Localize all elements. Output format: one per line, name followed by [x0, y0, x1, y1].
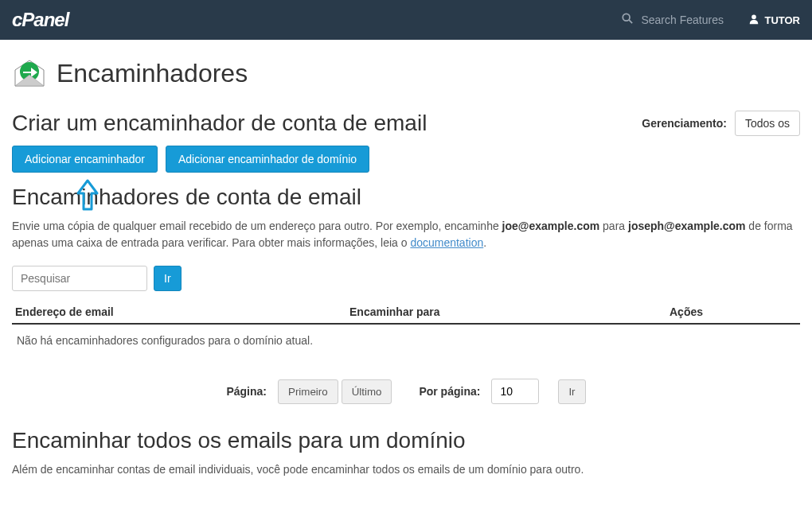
svg-marker-6 [15, 75, 44, 86]
pager-perpage-input[interactable] [491, 379, 539, 404]
search-icon[interactable] [622, 13, 633, 27]
user-menu[interactable]: TUTOR [748, 14, 800, 27]
add-domain-forwarder-button[interactable]: Adicionar encaminhador de domínio [166, 146, 369, 173]
desc-example-to: joseph@example.com [628, 220, 745, 232]
table-search-input[interactable] [12, 266, 147, 291]
section3-heading: Encaminhar todos os emails para um domín… [12, 428, 800, 453]
user-icon [748, 14, 759, 27]
mgmt-value: Todos os [745, 117, 790, 130]
management-control: Gerenciamento: Todos os [642, 111, 800, 136]
desc-example-from: joe@example.com [502, 220, 600, 232]
svg-point-0 [623, 14, 630, 21]
documentation-link[interactable]: documentation [410, 236, 483, 249]
forwarders-icon [12, 56, 47, 91]
pager-last-button[interactable]: Último [342, 379, 392, 404]
table-search-row: Ir [12, 266, 800, 291]
table-empty-message: Não há encaminhadores configurados para … [12, 325, 800, 356]
add-forwarder-button[interactable]: Adicionar encaminhador [12, 146, 158, 173]
col-forward-header: Encaminhar para [349, 305, 670, 318]
svg-point-2 [752, 14, 757, 19]
page-title: Encaminhadores [57, 59, 248, 88]
section1-head: Criar um encaminhador de conta de email … [12, 111, 800, 136]
action-buttons: Adicionar encaminhador Adicionar encamin… [12, 146, 800, 173]
desc-text: para [599, 220, 628, 232]
highlight-arrow-icon [76, 179, 100, 211]
table-header: Endereço de email Encaminhar para Ações [12, 301, 800, 325]
desc-text: Envie uma cópia de qualquer email recebi… [12, 220, 502, 232]
page-title-row: Encaminhadores [12, 56, 800, 91]
pager-go-button[interactable]: Ir [558, 379, 585, 404]
header-right: TUTOR [622, 13, 800, 27]
pager-page-label: Página: [226, 385, 267, 398]
table-search-button[interactable]: Ir [154, 266, 182, 291]
logo-text: cPanel [12, 9, 68, 30]
mgmt-label: Gerenciamento: [642, 117, 727, 130]
pagination: Página: Primeiro Último Por página: Ir [12, 379, 800, 404]
desc-text: . [483, 236, 486, 249]
section1-heading: Criar um encaminhador de conta de email [12, 111, 427, 136]
top-header: cPanel TUTOR [0, 0, 812, 40]
page-content: Encaminhadores Criar um encaminhador de … [0, 40, 812, 497]
pager-first-button[interactable]: Primeiro [278, 379, 338, 404]
pager-perpage-label: Por página: [419, 385, 480, 398]
section3-description: Além de encaminhar contas de email indiv… [12, 461, 800, 478]
col-actions-header: Ações [670, 305, 797, 318]
search-box [622, 13, 736, 27]
svg-line-1 [630, 20, 633, 23]
col-email-header: Endereço de email [15, 305, 349, 318]
cpanel-logo: cPanel [12, 9, 68, 31]
mgmt-select[interactable]: Todos os [735, 111, 800, 136]
section2-description: Envie uma cópia de qualquer email recebi… [12, 218, 800, 251]
search-input[interactable] [641, 14, 736, 26]
section2-heading: Encaminhadores de conta de email [12, 185, 800, 210]
user-label: TUTOR [764, 14, 800, 26]
